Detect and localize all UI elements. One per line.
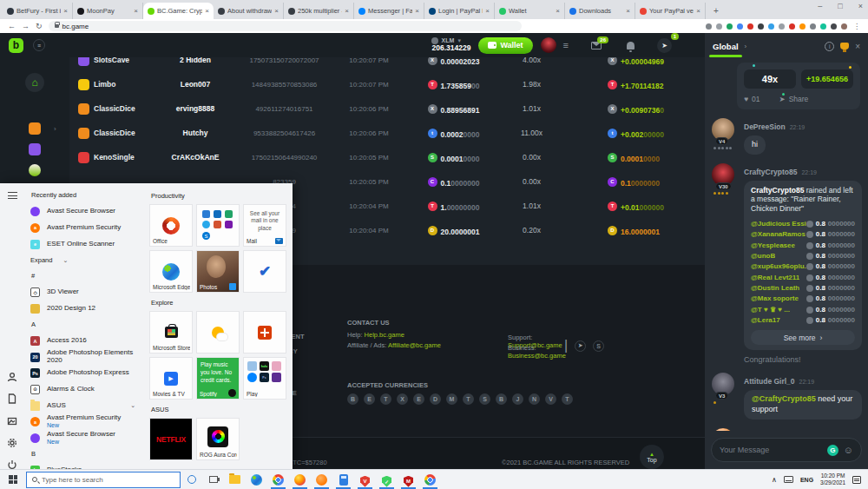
recipient-name[interactable]: @Dustin Leath: [751, 284, 799, 293]
help-link[interactable]: Help.bc.game: [365, 331, 404, 339]
search-input[interactable]: [42, 476, 174, 484]
recipient-name[interactable]: @Max soporte: [751, 294, 799, 303]
tab-close-icon[interactable]: ×: [696, 7, 700, 15]
tile-todo[interactable]: ✔: [243, 250, 286, 293]
tab-close-icon[interactable]: ×: [485, 7, 490, 15]
clock[interactable]: 10:20 PM3/29/2021: [820, 472, 845, 486]
notifications-button[interactable]: [627, 42, 635, 50]
tile-rog-aura-core[interactable]: ROG Aura Core: [196, 418, 240, 460]
tab-close-icon[interactable]: ×: [274, 7, 279, 15]
start-menu-item[interactable]: 2020 Design 12: [24, 301, 143, 317]
info-icon[interactable]: i: [825, 42, 834, 51]
extension-icon[interactable]: [737, 23, 743, 30]
bet-row[interactable]: ClassicDice Hutchy 9533882504617426 10:2…: [78, 121, 694, 145]
bet-share-card[interactable]: 49x +19.654656 ♥ 01 ➤Share: [737, 63, 860, 109]
tile-movies-tv[interactable]: ▶ Movies & TV: [149, 357, 193, 400]
action-center-icon[interactable]: [852, 476, 861, 484]
inbox-button[interactable]: 26: [591, 42, 602, 50]
extension-icon[interactable]: [747, 23, 753, 30]
taskbar-app-icon[interactable]: [267, 470, 289, 489]
bet-player[interactable]: Hutchy: [143, 129, 247, 137]
forward-icon[interactable]: →: [22, 23, 30, 30]
affiliate-link[interactable]: Affiliate@bc.game: [388, 341, 441, 349]
tile-office-apps[interactable]: S: [196, 204, 240, 247]
tray-expand-icon[interactable]: ∧: [772, 476, 777, 484]
emoji-icon[interactable]: ☺: [844, 446, 853, 455]
browser-tab[interactable]: BetFury - First i-G ×: [3, 3, 73, 19]
extension-icon[interactable]: [831, 23, 837, 30]
start-menu-item[interactable]: ◇ 3D Viewer: [24, 285, 143, 301]
touch-keyboard-icon[interactable]: [784, 476, 793, 483]
bet-row[interactable]: KenoSingle CrAKcOkAnE 17502150644990240 …: [78, 145, 694, 169]
chat-message-input[interactable]: [720, 446, 822, 454]
tab-close-icon[interactable]: ×: [205, 7, 209, 15]
balance-selector[interactable]: XLM ▼ 206.314229: [431, 37, 470, 52]
start-menu-item[interactable]: #: [24, 268, 143, 285]
tab-close-icon[interactable]: ×: [556, 7, 560, 15]
address-bar[interactable]: bc.game: [49, 21, 522, 31]
tile-netflix[interactable]: NETFLIX: [149, 418, 193, 460]
browser-tab[interactable]: 250k multiplier - S ×: [284, 3, 354, 19]
back-to-top-button[interactable]: ▲Top: [640, 445, 664, 469]
recipient-name[interactable]: @Lera17: [751, 316, 780, 325]
start-menu-item[interactable]: B: [24, 446, 143, 463]
sidebar-toggle-icon[interactable]: ≡: [33, 39, 45, 51]
start-menu-item[interactable]: Avast Secure Browser: [24, 204, 143, 221]
extension-icon[interactable]: [768, 23, 774, 30]
username[interactable]: CraftyCrypto85: [744, 168, 797, 176]
new-tab-button[interactable]: +: [709, 3, 723, 17]
start-menu-item[interactable]: Avast Secure BrowserNew: [24, 430, 143, 446]
browser-tab[interactable]: About withdraw. | ×: [214, 3, 284, 19]
chat-messages[interactable]: 49x +19.654656 ♥ 01 ➤Share V4 DePreeSion…: [705, 59, 868, 431]
extension-icon[interactable]: [799, 23, 806, 30]
sidebar-dice-icon[interactable]: [29, 122, 41, 135]
share-button[interactable]: ➤Share: [779, 95, 809, 103]
tile-mail[interactable]: See all your mail in one place Mail: [243, 204, 286, 247]
bet-player[interactable]: erving8888: [143, 104, 247, 113]
start-button[interactable]: [0, 470, 26, 489]
tile-photos[interactable]: Photos: [196, 250, 240, 293]
bet-row[interactable]: ClassicDice erving8888 492611274016751 1…: [78, 96, 694, 121]
start-menu-item[interactable]: ASUS ⌄: [24, 398, 143, 414]
username[interactable]: DePreeSion: [744, 122, 786, 131]
avatar[interactable]: [712, 428, 734, 431]
browser-tab[interactable]: MoonPay ×: [73, 3, 143, 19]
telegram-icon[interactable]: ➤: [575, 340, 586, 352]
tile-office-hub[interactable]: [243, 311, 286, 354]
tile-weather[interactable]: [196, 311, 240, 354]
chevron-down-icon[interactable]: ⌄: [62, 257, 68, 264]
heart-icon[interactable]: ♥: [744, 95, 748, 103]
wallet-button[interactable]: Wallet: [478, 37, 532, 54]
sidebar-home-icon[interactable]: ⌂: [25, 73, 44, 92]
tab-close-icon[interactable]: ×: [345, 7, 349, 15]
taskbar-app-icon[interactable]: [224, 470, 246, 489]
tile-microsoft-store[interactable]: Microsoft Store: [149, 311, 193, 354]
taskbar-app-icon[interactable]: M: [398, 470, 419, 489]
extension-icon[interactable]: [810, 23, 816, 30]
close-icon[interactable]: ×: [858, 2, 863, 10]
recipient-name[interactable]: @T ♥ ♛ ♥ ...: [751, 306, 790, 314]
start-menu-item[interactable]: Recently added: [24, 188, 143, 204]
tile-edge[interactable]: Microsoft Edge: [149, 250, 193, 293]
browser-tab[interactable]: BC.Game: Crypto C ×: [143, 3, 214, 19]
chrome-menu-icon[interactable]: ⋮: [853, 23, 860, 30]
extension-icon[interactable]: [716, 23, 722, 30]
extension-icon[interactable]: [779, 23, 785, 30]
start-menu-item[interactable]: 20 Adobe Photoshop Elements 2020: [24, 349, 143, 366]
browser-tab[interactable]: Messenger | Face ×: [354, 3, 424, 19]
extension-icon[interactable]: [758, 23, 764, 30]
refresh-icon[interactable]: ↻: [36, 23, 43, 30]
tab-close-icon[interactable]: ×: [63, 7, 68, 15]
sidebar-slots-icon[interactable]: [29, 143, 41, 155]
recipient-name[interactable]: @Judicious Essie: [751, 220, 806, 228]
taskbar-app-icon[interactable]: [246, 470, 267, 489]
start-menu-item[interactable]: Ps Adobe Photoshop Express: [24, 366, 143, 382]
browser-tab[interactable]: Login | PayPal Prep ×: [424, 3, 495, 19]
taskbar-app-icon[interactable]: ✓: [376, 470, 398, 489]
maximize-icon[interactable]: □: [838, 2, 842, 10]
trophy-icon[interactable]: [840, 43, 849, 50]
see-more-button[interactable]: See more›: [751, 330, 855, 345]
pictures-icon[interactable]: [7, 416, 17, 426]
skype-icon[interactable]: S: [593, 340, 604, 352]
recipient-name[interactable]: @unoB: [751, 252, 775, 261]
